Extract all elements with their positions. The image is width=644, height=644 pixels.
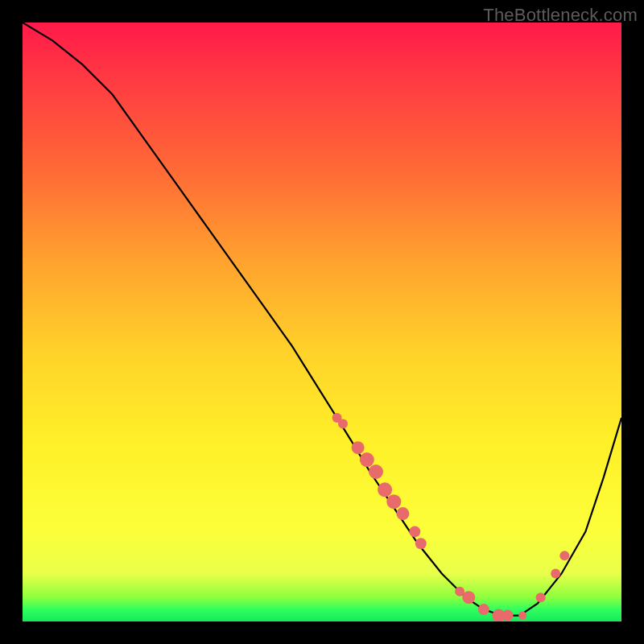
marker-dot [502, 610, 514, 621]
marker-dot [369, 464, 383, 479]
marker-dot [409, 526, 420, 537]
marker-dot [462, 591, 475, 604]
marker-dot [518, 612, 526, 620]
marker-dot [415, 538, 427, 549]
performance-curve [23, 23, 621, 616]
plot-area [23, 23, 621, 621]
marker-dot [559, 551, 569, 560]
curve-layer [23, 23, 621, 621]
marker-dot [378, 482, 392, 497]
markers-group [332, 413, 570, 621]
marker-dot [551, 569, 560, 579]
marker-dot [386, 494, 401, 509]
chart-frame: TheBottleneck.com [0, 0, 644, 644]
marker-dot [396, 507, 409, 520]
marker-dot [338, 419, 348, 429]
marker-dot [360, 452, 374, 467]
marker-dot [536, 592, 546, 602]
marker-dot [352, 441, 365, 454]
marker-dot [478, 604, 489, 615]
